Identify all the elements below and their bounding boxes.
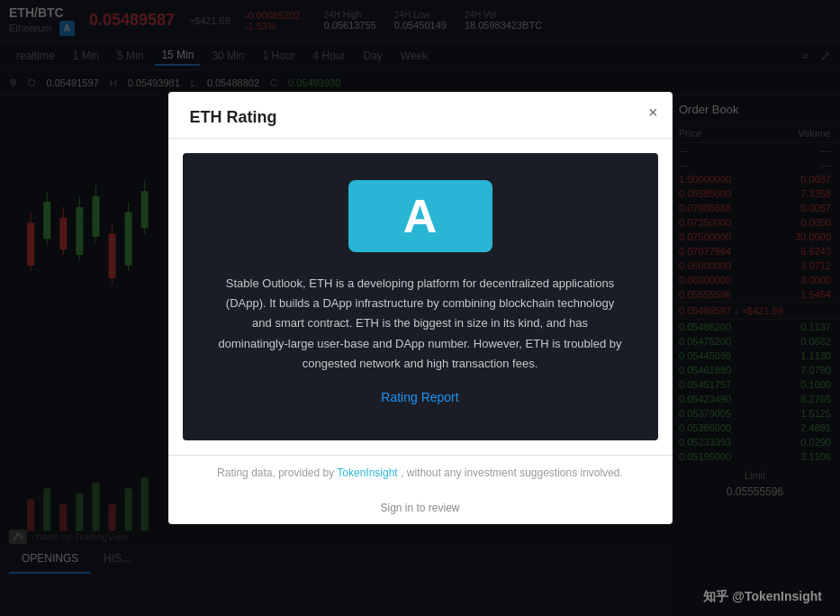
modal-title: ETH Rating <box>190 108 277 126</box>
modal-header: ETH Rating × <box>168 92 673 139</box>
sign-in-link[interactable]: Sign in to review <box>380 502 459 514</box>
modal-body: A Stable Outlook, ETH is a developing pl… <box>183 153 658 439</box>
eth-rating-modal: ETH Rating × A Stable Outlook, ETH is a … <box>168 92 673 523</box>
footer-text-before: Rating data, provided by <box>217 467 334 479</box>
rating-description: Stable Outlook, ETH is a developing plat… <box>219 274 622 373</box>
modal-sign-in-section: Sign in to review <box>168 490 673 524</box>
eth-rating-badge: A <box>348 180 492 252</box>
tokeninsight-link[interactable]: TokenInsight <box>337 467 397 479</box>
rating-report-link[interactable]: Rating Report <box>381 390 458 404</box>
watermark: 知乎 @TokenInsight <box>703 589 822 605</box>
modal-close-button[interactable]: × <box>648 104 658 121</box>
modal-footer: Rating data, provided by TokenInsight , … <box>168 455 673 490</box>
footer-text-after: , without any investment suggestions inv… <box>401 467 623 479</box>
modal-overlay[interactable]: ETH Rating × A Stable Outlook, ETH is a … <box>0 0 840 616</box>
